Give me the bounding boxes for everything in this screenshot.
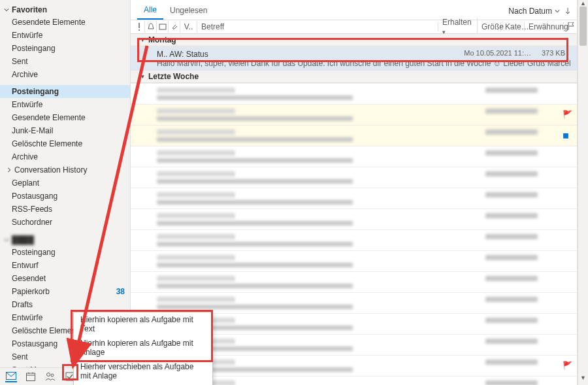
svg-point-5	[47, 373, 50, 377]
favorites-header[interactable]: Favoriten	[0, 3, 130, 16]
acc2-drafts-en[interactable]: Drafts	[0, 298, 130, 311]
fav-item-sent-elements[interactable]: Gesendete Elemente	[0, 16, 130, 29]
svg-point-6	[51, 374, 54, 377]
folder-archive[interactable]: Archive	[0, 150, 130, 163]
chevron-right-icon	[7, 167, 12, 173]
sort-arrow-icon	[565, 8, 570, 14]
attachment-header-icon[interactable]	[169, 21, 180, 33]
fav-item-drafts[interactable]: Entwürfe	[0, 29, 130, 42]
folder-inbox[interactable]: Posteingang	[0, 85, 130, 98]
folder-outbox[interactable]: Postausgang	[0, 190, 130, 203]
flag-header-icon[interactable]	[564, 22, 574, 32]
acc2-draft[interactable]: Entwurf	[0, 259, 130, 272]
email-date: Mo 10.05.2021 11:…	[464, 49, 531, 57]
scroll-thumb[interactable]	[580, 7, 587, 46]
icon-header-icon[interactable]	[157, 21, 169, 33]
column-headers: V.. Betreff Erhalten ▾ Größe Kate… Erwäh…	[131, 20, 577, 34]
chevron-down-icon: ▾	[141, 37, 144, 43]
sort-label: Nach Datum	[508, 7, 552, 16]
from-header[interactable]: V..	[180, 21, 197, 33]
categories-header[interactable]: Kate…	[501, 22, 525, 31]
email-row-blurred[interactable]	[131, 209, 577, 229]
sort-dropdown[interactable]: Nach Datum	[508, 7, 570, 16]
email-row-blurred[interactable]	[131, 271, 577, 292]
group-monday[interactable]: ▾ Montag	[131, 34, 577, 46]
email-row-blurred[interactable]: ◼	[131, 125, 577, 146]
email-row-blurred[interactable]	[131, 146, 577, 167]
scroll-down-arrow[interactable]: ▼	[578, 375, 588, 385]
acc2-sent[interactable]: Gesendet	[0, 272, 130, 285]
email-row-blurred[interactable]	[131, 292, 577, 313]
people-module-icon[interactable]	[44, 371, 56, 382]
folder-rss[interactable]: RSS-Feeds	[0, 203, 130, 216]
email-row-blurred[interactable]	[131, 250, 577, 271]
reminder-header-icon[interactable]	[145, 21, 157, 33]
folder-conversation-history[interactable]: Conversation History	[0, 163, 130, 176]
chevron-down-icon	[4, 237, 9, 243]
svg-rect-1	[27, 373, 35, 381]
size-header[interactable]: Größe	[478, 22, 501, 31]
email-row[interactable]: M.. AW: Status Hallo Marvin, super, viel…	[131, 46, 577, 71]
group-lastweek-label: Letzte Woche	[148, 72, 199, 81]
email-row-blurred[interactable]: 🚩	[131, 104, 577, 125]
chevron-down-icon: ▾	[141, 73, 144, 80]
flag-icon: 🚩	[563, 361, 570, 369]
chevron-down-icon	[4, 7, 9, 12]
svg-point-9	[139, 29, 140, 31]
fav-item-sent[interactable]: Sent	[0, 55, 130, 68]
acc2-trash[interactable]: Papierkorb38	[0, 285, 130, 298]
acc2-inbox[interactable]: Posteingang	[0, 246, 130, 259]
category-icon: ◼	[563, 131, 570, 139]
folder-drafts[interactable]: Entwürfe	[0, 98, 130, 111]
folder-junk[interactable]: Junk-E-Mail	[0, 124, 130, 137]
email-row-blurred[interactable]	[131, 167, 577, 188]
svg-rect-10	[159, 24, 166, 29]
mention-header[interactable]: Erwähnung	[525, 22, 564, 31]
menu-copy-as-task-text[interactable]: Hierhin kopieren als Aufgabe mit Text	[74, 312, 212, 336]
folder-scheduled[interactable]: Geplant	[0, 176, 130, 190]
folder-search[interactable]: Suchordner	[0, 216, 130, 229]
mail-module-icon[interactable]	[5, 371, 17, 382]
fav-item-archive[interactable]: Archive	[0, 68, 130, 81]
menu-move-as-task-attach[interactable]: Hierher verschieben als Aufgabe mit Anla…	[74, 360, 212, 383]
menu-copy-as-task-attach[interactable]: Hierhin kopieren als Aufgabe mit Anlage	[74, 336, 212, 360]
importance-header-icon[interactable]	[133, 21, 145, 33]
vertical-scrollbar[interactable]: ▲ ▼	[578, 0, 588, 385]
folder-sent-elements[interactable]: Gesendete Elemente	[0, 111, 130, 124]
subject-header[interactable]: Betreff	[197, 22, 438, 31]
favorites-label: Favoriten	[12, 5, 47, 14]
email-subject: M.. AW: Status	[157, 50, 208, 59]
tab-all[interactable]: Alle	[137, 3, 163, 20]
received-header[interactable]: Erhalten ▾	[438, 18, 478, 36]
email-preview: Hallo Marvin, super, vielen Dank für das…	[157, 59, 572, 68]
account2-header[interactable]: ████	[0, 233, 130, 246]
tab-unread[interactable]: Ungelesen	[163, 3, 214, 19]
email-row-blurred[interactable]	[131, 83, 577, 104]
email-size: 373 KB	[542, 49, 565, 57]
email-row-blurred[interactable]	[131, 229, 577, 250]
chevron-down-icon	[555, 8, 560, 14]
group-lastweek[interactable]: ▾ Letzte Woche	[131, 71, 577, 83]
calendar-module-icon[interactable]	[25, 371, 37, 382]
drag-context-menu: Hierhin kopieren als Aufgabe mit Text Hi…	[73, 312, 213, 385]
unread-badge: 38	[116, 286, 125, 297]
folder-deleted[interactable]: Gelöschte Elemente	[0, 137, 130, 150]
email-row-blurred[interactable]	[131, 188, 577, 209]
filter-tabs: Alle Ungelesen Nach Datum	[131, 0, 577, 20]
group-monday-label: Montag	[148, 35, 176, 44]
fav-item-inbox[interactable]: Posteingang	[0, 42, 130, 55]
flag-icon: 🚩	[563, 110, 570, 118]
